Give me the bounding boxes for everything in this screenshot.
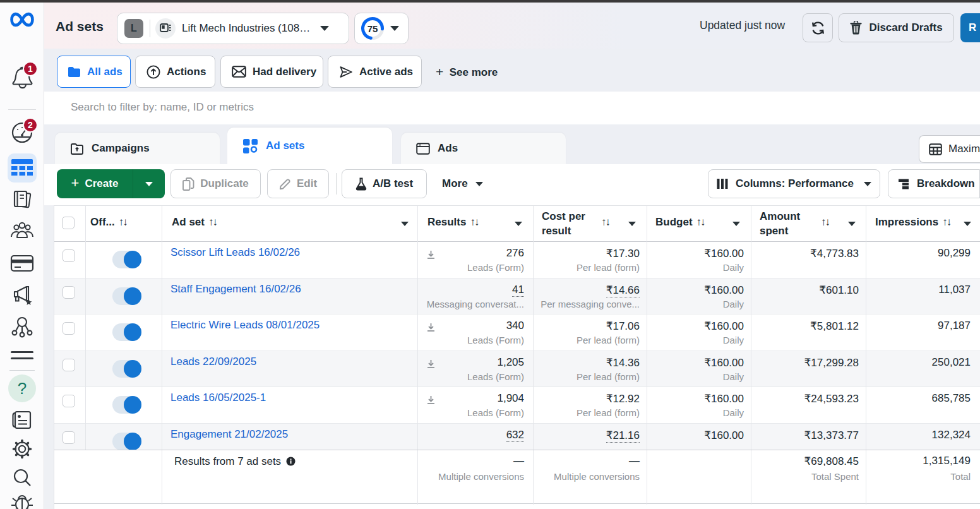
- svg-text:75: 75: [368, 23, 378, 34]
